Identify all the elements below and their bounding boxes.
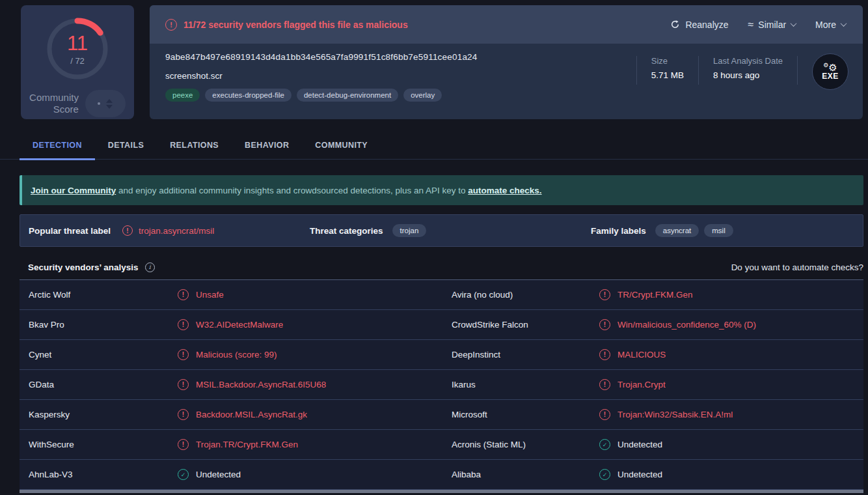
threat-label-card: Popular threat label ! trojan.asyncrat/m… (20, 214, 863, 247)
popular-threat-label-value[interactable]: trojan.asyncrat/msil (139, 226, 214, 236)
status-icon (178, 319, 189, 330)
family-labels-title: Family labels (591, 226, 646, 236)
alert-text: 11/72 security vendors flagged this file… (183, 20, 408, 30)
alert-icon: ! (165, 19, 177, 31)
detection-result: MSIL.Backdoor.AsyncRat.6I5U68 (178, 379, 452, 390)
chevron-down-icon (841, 20, 847, 27)
top-section: 11 / 72 Community Score ! 11/72 securit (0, 0, 868, 119)
result-text: Unsafe (196, 290, 224, 300)
result-text: Trojan.TR/Crypt.FKM.Gen (196, 440, 298, 449)
vote-dot-icon (98, 102, 100, 105)
join-community-link[interactable]: Join our Community (31, 186, 116, 195)
vendor-name: DeepInstinct (452, 350, 599, 360)
last-analysis-value: 8 hours ago (713, 70, 783, 80)
vendors-section-header: Security vendors’ analysis i Do you want… (20, 255, 863, 279)
table-row: Kaspersky Backdoor.MSIL.AsyncRat.gk Micr… (20, 400, 863, 430)
automate-checks-link[interactable]: automate checks. (468, 186, 541, 195)
next-row-partial (20, 490, 863, 493)
family-label-pill[interactable]: msil (704, 224, 733, 237)
result-text: TR/Crypt.FKM.Gen (617, 290, 693, 300)
status-icon (178, 349, 189, 360)
result-text: Trojan:Win32/Sabsik.EN.A!ml (617, 410, 733, 419)
chevron-down-icon (791, 20, 797, 27)
gear-icon: ⚙⚙ (823, 63, 837, 72)
detection-result: Win/malicious_confidence_60% (D) (599, 319, 863, 330)
result-text: Undetected (617, 470, 662, 479)
file-hash[interactable]: 9abe847b497e68919143d4da1bb34e565a7fa999… (165, 52, 636, 62)
tab[interactable]: BEHAVIOR (232, 141, 302, 160)
vendor-name: AhnLab-V3 (29, 470, 178, 479)
status-icon (599, 469, 610, 480)
file-tag[interactable]: overlay (403, 89, 442, 102)
automate-checks-question[interactable]: Do you want to automate checks? (731, 262, 863, 272)
header-toolbar: ! 11/72 security vendors flagged this fi… (150, 5, 863, 44)
vendor-name: GData (29, 380, 178, 389)
detection-alert: ! 11/72 security vendors flagged this fi… (165, 19, 408, 31)
result-text: Malicious (score: 99) (196, 350, 277, 360)
tab[interactable]: DETECTION (20, 141, 95, 160)
last-analysis-label: Last Analysis Date (713, 56, 783, 66)
result-text: Backdoor.MSIL.AsyncRat.gk (196, 410, 307, 419)
status-icon (178, 439, 189, 450)
divider (797, 56, 798, 85)
result-text: MALICIOUS (617, 350, 666, 360)
table-row: Arctic Wolf Unsafe Avira (no cloud) TR/C… (20, 280, 863, 310)
detection-result: Trojan.TR/Crypt.FKM.Gen (178, 439, 452, 450)
result-text: W32.AIDetectMalware (196, 320, 283, 330)
similar-button[interactable]: ≈ Similar (748, 19, 796, 31)
threat-categories: trojan (392, 224, 427, 237)
vendor-name: Arctic Wolf (29, 290, 178, 300)
vendor-name: Cynet (29, 350, 178, 360)
vendor-name: Avira (no cloud) (452, 290, 599, 300)
info-icon[interactable]: i (145, 262, 155, 272)
filetype-exe-badge: ⚙⚙ EXE (812, 53, 848, 90)
detection-result: Backdoor.MSIL.AsyncRat.gk (178, 409, 452, 420)
family-label-pill[interactable]: asyncrat (655, 224, 699, 237)
vendors-table: Arctic Wolf Unsafe Avira (no cloud) TR/C… (20, 279, 863, 490)
detection-result: Trojan:Win32/Sabsik.EN.A!ml (599, 409, 863, 420)
status-icon (599, 349, 610, 360)
score-card: 11 / 72 Community Score (21, 5, 134, 119)
table-row: Bkav Pro W32.AIDetectMalware CrowdStrike… (20, 310, 863, 340)
reanalyze-button[interactable]: Reanalyze (670, 20, 728, 30)
file-tags: peexe executes-dropped-file detect-debug… (165, 89, 636, 102)
vendor-name: Kaspersky (29, 410, 178, 419)
status-icon (599, 439, 610, 450)
status-icon (599, 319, 610, 330)
vote-up-icon[interactable] (106, 99, 113, 103)
table-row: GData MSIL.Backdoor.AsyncRat.6I5U68 Ikar… (20, 370, 863, 400)
community-score-label: Community Score (29, 92, 79, 115)
result-text: MSIL.Backdoor.AsyncRat.6I5U68 (196, 380, 326, 389)
detection-result: TR/Crypt.FKM.Gen (599, 289, 863, 300)
file-tag[interactable]: detect-debug-environment (297, 89, 398, 102)
file-name: screenshot.scr (165, 71, 636, 81)
detection-result: Undetected (599, 439, 863, 450)
status-icon (178, 379, 189, 390)
score-total: / 72 (70, 56, 85, 66)
result-text: Undetected (617, 440, 662, 449)
community-vote-widget[interactable] (85, 90, 126, 117)
status-icon (178, 469, 189, 480)
threat-category-pill[interactable]: trojan (392, 224, 427, 237)
file-tag[interactable]: peexe (165, 89, 200, 102)
filetype-label: EXE (822, 72, 839, 81)
table-row: Cynet Malicious (score: 99) DeepInstinct… (20, 340, 863, 370)
table-row: WithSecure Trojan.TR/Crypt.FKM.Gen Acron… (20, 430, 863, 460)
tab-bar: DETECTION DETAILS RELATIONS BEHAVIOR COM… (0, 137, 868, 160)
community-banner: Join our Community and enjoy additional … (20, 175, 863, 205)
similar-icon: ≈ (748, 19, 753, 31)
vote-down-icon[interactable] (106, 105, 113, 109)
result-text: Win/malicious_confidence_60% (D) (617, 320, 756, 330)
threat-categories-title: Threat categories (310, 226, 383, 236)
detection-result: Trojan.Crypt (599, 379, 863, 390)
status-icon (599, 379, 610, 390)
more-button[interactable]: More (815, 20, 846, 30)
score-value: 11 (67, 33, 88, 53)
tab[interactable]: DETAILS (95, 141, 157, 160)
file-header-card: ! 11/72 security vendors flagged this fi… (150, 5, 863, 119)
tab[interactable]: RELATIONS (157, 141, 232, 160)
result-text: Trojan.Crypt (617, 380, 666, 389)
file-tag[interactable]: executes-dropped-file (205, 89, 292, 102)
vendor-name: Bkav Pro (29, 320, 178, 330)
tab[interactable]: COMMUNITY (302, 141, 381, 160)
